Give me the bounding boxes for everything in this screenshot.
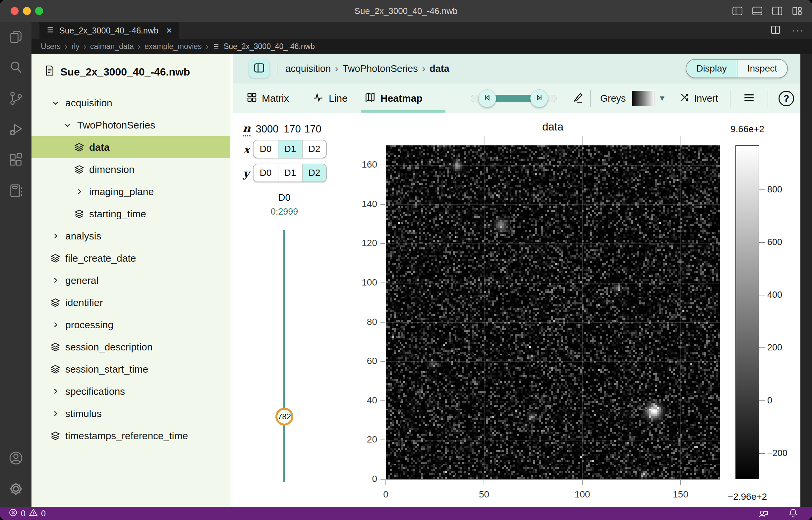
sidebar-item-source-control[interactable] [0, 83, 31, 114]
sidebar-item-extensions[interactable] [0, 145, 31, 176]
viewer-breadcrumb-item[interactable]: acquisition [285, 63, 331, 74]
breadcrumb-item[interactable]: example_movies [145, 42, 202, 51]
feedback-icon[interactable] [758, 508, 769, 519]
toggle-panel-icon[interactable] [752, 5, 763, 17]
y-tick [380, 165, 385, 165]
editor-tab-strip: Sue_2x_3000_40_-46.nwb × ··· [31, 22, 812, 39]
pen-icon [572, 92, 584, 105]
inspect-mode-button[interactable]: Inspect [737, 60, 787, 78]
slider-dim-label: D0 [258, 192, 311, 203]
range-end-handle[interactable] [530, 89, 548, 107]
x-dim-d0-button[interactable]: D0 [253, 140, 278, 158]
tree-item-label: general [65, 275, 98, 286]
tree-item-label: TwoPhotonSeries [77, 120, 155, 131]
breadcrumb-file[interactable]: Sue_2x_3000_40_-46.nwb [224, 42, 315, 51]
customize-layout-icon[interactable] [791, 5, 803, 17]
search-icon [8, 60, 24, 77]
tab-nwb-file[interactable]: Sue_2x_3000_40_-46.nwb × [40, 22, 179, 39]
slider-range-label: 0:2999 [258, 207, 311, 217]
toggle-secondary-sidebar-icon[interactable] [771, 5, 783, 17]
horizontal-gridline [386, 440, 720, 441]
chevron-right-icon [49, 232, 62, 240]
y-tick-label: 20 [367, 435, 377, 445]
x-dim-segmented: D0 D1 D2 [253, 140, 327, 158]
sidebar-item-search[interactable] [0, 53, 31, 83]
tree-item-general[interactable]: general [31, 269, 230, 291]
breadcrumb-item[interactable]: caiman_data [90, 42, 134, 51]
window-range-slider [471, 92, 557, 105]
tree-item-identifier[interactable]: identifier [31, 291, 230, 314]
tab-close-icon[interactable]: × [166, 26, 172, 35]
frame-slider-handle[interactable]: 782 [275, 408, 293, 425]
breadcrumb-item[interactable]: Users [41, 42, 60, 51]
tree-item-starting_time[interactable]: starting_time [31, 203, 230, 225]
y-dim-d0-button[interactable]: D0 [253, 164, 278, 182]
tree-item-label: timestamps_reference_time [65, 430, 188, 442]
heatmap-plot[interactable]: 050100150020406080100120140160 [386, 146, 720, 479]
y-dim-d2-button[interactable]: D2 [302, 164, 326, 182]
edit-range-button[interactable] [570, 91, 586, 106]
range-start-handle[interactable] [478, 89, 496, 107]
y-dim-d1-button[interactable]: D1 [278, 164, 302, 182]
menu-button[interactable] [741, 91, 757, 106]
nwb-tree-panel: Sue_2x_3000_40_-46.nwb acquisitionTwoPho… [31, 54, 233, 507]
sidebar-item-run-debug[interactable] [0, 114, 31, 145]
x-dim-d1-button[interactable]: D1 [278, 140, 302, 158]
tree-item-processing[interactable]: processing [31, 314, 230, 336]
y-tick [380, 243, 385, 244]
tree-item-specifications[interactable]: specifications [31, 380, 230, 402]
toggle-tree-panel-button[interactable] [249, 59, 269, 78]
more-actions-icon[interactable]: ··· [792, 25, 804, 36]
tree-item-label: session_start_time [65, 364, 148, 375]
viewer-breadcrumb-current: data [429, 63, 449, 74]
y-tick-label: 160 [362, 160, 377, 170]
skip-start-icon [484, 94, 491, 103]
account-button[interactable] [0, 443, 31, 474]
tab-heatmap[interactable]: Heatmap [365, 83, 423, 113]
chevron-down-icon[interactable]: ▾ [660, 83, 665, 113]
tree-item-timestamps_reference_time[interactable]: timestamps_reference_time [31, 425, 230, 447]
tree-item-acquisition[interactable]: acquisition [31, 92, 230, 114]
breadcrumb-separator: › [335, 63, 338, 74]
dataset-icon [49, 364, 62, 374]
breadcrumb-item[interactable]: rly [71, 42, 79, 51]
colorbar-max-label: 9.66e+2 [707, 124, 788, 134]
tree-item-TwoPhotonSeries[interactable]: TwoPhotonSeries [31, 114, 230, 136]
invert-arrows-icon [680, 92, 690, 105]
tree-item-session_start_time[interactable]: session_start_time [31, 358, 230, 380]
tab-line[interactable]: Line [313, 83, 348, 113]
tree-item-stimulus[interactable]: stimulus [31, 402, 230, 425]
viewer-breadcrumb-item[interactable]: TwoPhotonSeries [342, 63, 418, 74]
split-editor-icon[interactable] [770, 25, 781, 36]
help-button[interactable]: ? [779, 91, 794, 106]
notifications-bell-icon[interactable] [788, 508, 798, 519]
dataset-icon [73, 165, 86, 175]
tree-item-file_create_date[interactable]: file_create_date [31, 247, 230, 269]
problems-indicator[interactable]: 0 0 [0, 508, 46, 519]
tab-matrix[interactable]: Matrix [247, 83, 289, 113]
active-tab-underline [361, 110, 445, 113]
colormap-swatch[interactable] [632, 91, 655, 106]
settings-button[interactable] [0, 474, 31, 505]
tree-item-dimension[interactable]: dimension [31, 158, 230, 181]
breadcrumb-separator: › [206, 42, 208, 51]
tree-item-imaging_plane[interactable]: imaging_plane [31, 181, 230, 203]
tree-item-session_description[interactable]: session_description [31, 336, 230, 358]
toggle-primary-sidebar-icon[interactable] [732, 5, 743, 17]
display-mode-button[interactable]: Display [686, 60, 737, 78]
tree-item-data[interactable]: data [31, 136, 230, 158]
x-dim-d2-button[interactable]: D2 [302, 140, 326, 158]
sidebar-item-explorer[interactable] [0, 22, 31, 53]
x-label: x [243, 143, 250, 156]
tree-item-analysis[interactable]: analysis [31, 225, 230, 247]
sidebar-item-notebook[interactable] [0, 176, 31, 207]
colorbar-tick-label: 600 [767, 237, 782, 248]
frame-slider-track[interactable] [284, 230, 285, 482]
status-bar: 0 0 [0, 507, 812, 520]
vertical-gridline [681, 146, 681, 479]
horizontal-gridline [386, 165, 720, 165]
viewer-header: acquisition›TwoPhotonSeries›data Display… [233, 54, 801, 83]
skip-end-icon [536, 94, 543, 103]
invert-colormap-button[interactable]: Invert [680, 83, 718, 113]
y-tick-label: 80 [367, 317, 377, 327]
